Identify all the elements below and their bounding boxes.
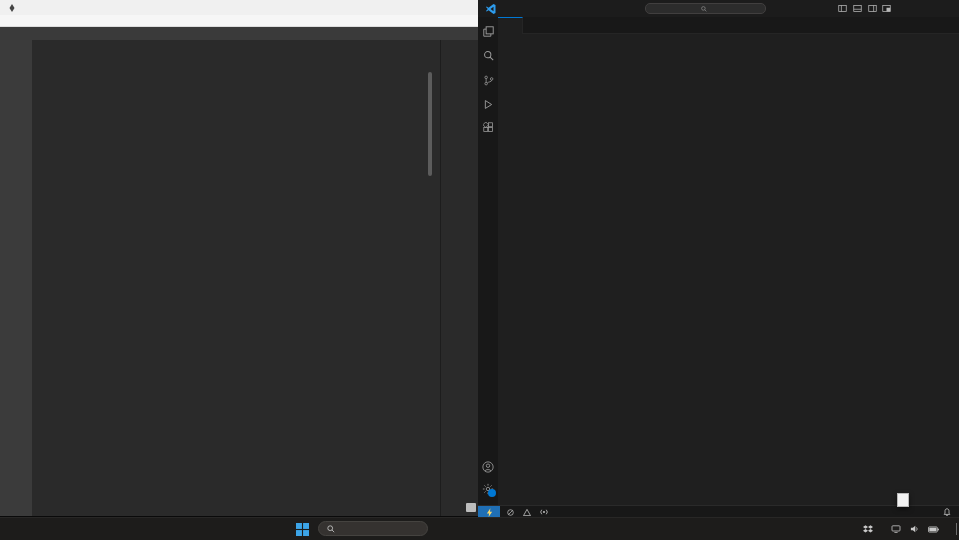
warning-icon <box>523 509 531 516</box>
inky-app-icon <box>8 4 16 12</box>
vscode-maximize-button[interactable] <box>914 0 932 17</box>
taskbar <box>0 517 959 540</box>
taskbar-search[interactable] <box>318 521 428 536</box>
lightning-icon <box>486 508 493 517</box>
error-icon <box>507 509 514 516</box>
code-editor[interactable] <box>498 47 959 505</box>
inky-editor-scrollbar[interactable] <box>428 72 432 176</box>
inky-line-number-gutter <box>0 40 32 516</box>
inky-toolbar <box>0 27 478 40</box>
accounts-icon[interactable] <box>480 459 496 475</box>
search-icon <box>327 525 335 533</box>
toggle-sidebar-icon[interactable] <box>838 0 847 17</box>
toggle-panel-icon[interactable] <box>853 0 862 17</box>
ports-indicator[interactable] <box>540 508 550 516</box>
errors-indicator[interactable] <box>507 509 516 516</box>
vscode-window <box>478 0 959 518</box>
activity-bar <box>478 17 498 505</box>
minimap[interactable] <box>915 47 955 505</box>
inky-window <box>0 0 478 516</box>
run-debug-icon[interactable] <box>480 96 496 112</box>
inky-menubar <box>0 15 478 27</box>
settings-badge <box>488 489 496 497</box>
vscode-minimize-button[interactable] <box>892 0 910 17</box>
explorer-icon[interactable] <box>480 23 496 39</box>
editor-tab-bar <box>498 17 959 34</box>
toggle-secondary-sidebar-icon[interactable] <box>868 0 877 17</box>
preview-scrollbar-grip[interactable] <box>466 503 476 512</box>
extensions-icon[interactable] <box>480 119 496 135</box>
vscode-titlebar <box>478 0 959 17</box>
tab-main-js[interactable] <box>498 17 523 34</box>
dropbox-tray-icon[interactable] <box>863 525 873 534</box>
breadcrumb <box>498 34 959 47</box>
network-tray-icon[interactable] <box>891 525 901 533</box>
show-desktop-strip[interactable] <box>956 523 957 535</box>
notifications-bell-icon[interactable] <box>943 508 951 516</box>
inky-titlebar <box>0 0 478 15</box>
inky-preview-pane <box>440 40 478 516</box>
search-icon <box>701 6 707 12</box>
show-desktop-tooltip <box>897 493 909 507</box>
volume-tray-icon[interactable] <box>910 525 919 533</box>
vscode-close-button[interactable] <box>937 0 955 17</box>
search-icon[interactable] <box>480 47 496 63</box>
source-control-icon[interactable] <box>480 72 496 88</box>
vscode-workspace-search[interactable] <box>645 3 766 14</box>
customize-layout-icon[interactable] <box>882 0 891 17</box>
warnings-indicator[interactable] <box>523 509 533 516</box>
vscode-logo-icon <box>485 0 497 17</box>
battery-tray-icon[interactable] <box>928 526 939 533</box>
broadcast-icon <box>540 508 548 516</box>
start-button[interactable] <box>296 522 309 540</box>
inky-editor[interactable] <box>0 40 478 516</box>
